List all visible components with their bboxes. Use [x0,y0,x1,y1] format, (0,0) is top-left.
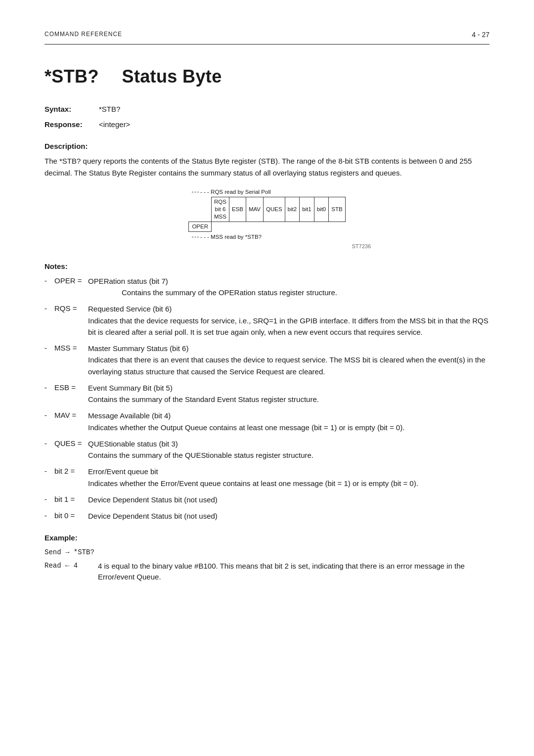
header-right-label: 4 - 27 [472,30,490,40]
note-detail: Indicates that there is an event that ca… [88,354,490,377]
note-dash: - [44,494,53,505]
header-left-label: COMMAND REFERENCE [44,30,122,39]
page-header: COMMAND REFERENCE 4 - 27 [44,30,490,44]
mav-cell: MAV [246,197,263,222]
note-detail: Indicates that the device requests for s… [88,315,490,338]
notes-title: Notes: [44,261,490,272]
example-read-code: Read ← 4 [44,561,94,571]
syntax-label: Syntax: [44,104,99,115]
page-title: *STB? Status Byte [44,63,490,90]
note-dash: - [44,466,53,477]
note-key: MSS = [54,343,88,354]
note-dash: - [44,382,53,394]
note-short: QUEStionable status (bit 3) [88,440,178,448]
note-key: OPER = [54,275,88,287]
response-value: <integer> [99,119,130,131]
list-item: - MAV = Message Available (bit 4) Indica… [44,410,490,433]
note-short: Message Available (bit 4) [88,411,171,420]
stb-cell: STB [329,197,345,222]
rqs-read-label: - - - RQS read by Serial Poll [200,188,271,196]
note-short: Requested Service (bit 6) [88,305,172,313]
description-text: The *STB? query reports the contents of … [44,155,490,179]
note-key: bit 0 = [54,510,88,522]
note-detail: Indicates whether the Output Queue conta… [88,422,404,433]
syntax-value: *STB? [99,104,120,115]
syntax-row: Syntax: *STB? [44,104,490,115]
note-short: Event Summary Bit (bit 5) [88,384,173,392]
bit2-cell: bit2 [285,197,300,222]
note-key: MAV = [54,410,88,421]
list-item: - bit 1 = Device Dependent Status bit (n… [44,494,490,505]
list-item: - RQS = Requested Service (bit 6) Indica… [44,303,490,338]
note-dash: - [44,410,53,421]
note-key: bit 1 = [54,494,88,505]
note-dash: - [44,438,53,449]
list-item: - bit 0 = Device Dependent Status bit (n… [44,510,490,522]
note-dash: - [44,275,53,287]
list-item: - MSS = Master Summary Status (bit 6) In… [44,343,490,377]
note-detail: Contains the summary of the Standard Eve… [88,394,319,405]
oper-cell: OPER [189,222,212,231]
mss-read-label: - - - MSS read by *STB? [200,233,262,241]
example-send-line: Send → *STB? [44,547,490,559]
ques-cell: QUES [264,197,285,222]
list-item: - bit 2 = Error/Event queue bit Indicate… [44,466,490,489]
list-item: - OPER = OPERation status (bit 7) Contai… [44,275,490,299]
response-label: Response: [44,119,99,131]
page: COMMAND REFERENCE 4 - 27 *STB? Status By… [0,0,534,756]
esb-cell: ESB [229,197,246,222]
list-item: - QUES = QUEStionable status (bit 3) Con… [44,438,490,461]
note-detail: Contains the summary of the QUEStionable… [88,449,313,461]
bit1-cell: bit1 [300,197,314,222]
note-key: bit 2 = [54,466,88,477]
diagram-id: ST7236 [163,242,371,251]
note-detail: Contains the summary of the OPERation st… [88,287,337,298]
list-item: - ESB = Event Summary Bit (bit 5) Contai… [44,382,490,405]
diagram-table: RQSbit 6MSS ESB MAV QUES bit2 bit1 bit0 … [188,197,345,232]
example-read-desc: 4 is equal to the binary value #B100. Th… [98,561,490,583]
notes-list: - OPER = OPERation status (bit 7) Contai… [44,275,490,522]
note-short: OPERation status (bit 7) [88,277,168,285]
note-key: QUES = [54,438,88,449]
note-detail: Indicates whether the Error/Event queue … [88,478,418,489]
note-key: ESB = [54,382,88,394]
note-short: Master Summary Status (bit 6) [88,344,188,353]
note-key: RQS = [54,303,88,314]
bit0-cell: bit0 [314,197,329,222]
diagram-container: - - - RQS read by Serial Poll RQSbit 6MS… [44,188,490,251]
response-row: Response: <integer> [44,119,490,131]
example-title: Example: [44,533,490,544]
note-dash: - [44,343,53,354]
note-dash: - [44,510,53,522]
note-dash: - [44,303,53,314]
status-byte-diagram: - - - RQS read by Serial Poll RQSbit 6MS… [163,188,371,251]
note-short: Device Dependent Status bit (not used) [88,512,218,520]
note-short: Error/Event queue bit [88,467,158,476]
description-title: Description: [44,141,490,152]
note-short: Device Dependent Status bit (not used) [88,495,218,504]
example-read-line: Read ← 4 4 is equal to the binary value … [44,561,490,583]
